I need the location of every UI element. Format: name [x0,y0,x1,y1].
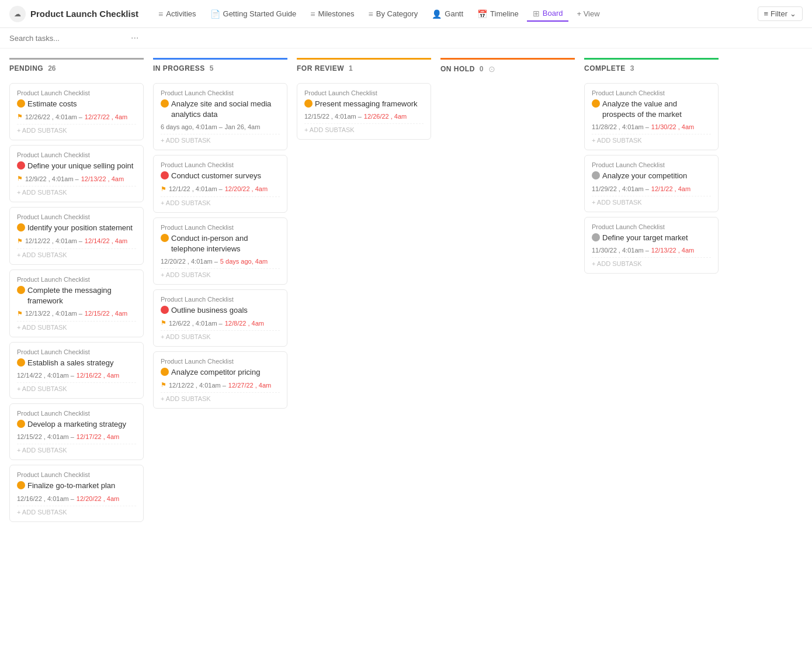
task-card[interactable]: Product Launch ChecklistPresent messagin… [297,83,431,140]
task-card[interactable]: Product Launch ChecklistAnalyze competit… [153,351,287,409]
card-title-text: Complete the messaging framework [27,285,136,306]
add-subtask-button[interactable]: + ADD SUBTASK [161,330,280,340]
add-subtask-button[interactable]: + ADD SUBTASK [17,382,136,392]
card-title-text: Present messaging framework [315,99,418,109]
card-title-text: Conduct in-person and telephone intervie… [171,233,280,254]
card-start-date: 12/15/22 , 4:01am – [304,113,362,120]
column-title-complete: COMPLETE [584,64,626,72]
add-view-button[interactable]: + View [571,7,605,20]
card-end-date: 12/15/22 , 4am [85,310,127,317]
column-title-pending: PENDING [9,64,43,72]
task-card[interactable]: Product Launch ChecklistEstimate costs⚑1… [9,83,144,140]
card-title-text: Outline business goals [171,305,248,316]
card-end-date: 12/1/22 , 4am [651,185,690,192]
task-card[interactable]: Product Launch ChecklistAnalyze your com… [584,155,719,212]
milestones-icon: ≡ [310,9,315,19]
card-title-text: Identify your position statement [27,223,133,233]
add-subtask-button[interactable]: + ADD SUBTASK [161,196,280,206]
card-title-row: Define your target market [592,233,711,243]
card-dates: 12/20/22 , 4:01am – 5 days ago, 4am [161,258,280,265]
add-subtask-button[interactable]: + ADD SUBTASK [592,134,711,144]
more-options-button[interactable]: ··· [131,33,138,43]
card-title-row: Analyze competitor pricing [161,367,280,378]
add-subtask-button[interactable]: + ADD SUBTASK [161,134,280,144]
task-card[interactable]: Product Launch ChecklistEstablish a sale… [9,342,144,399]
card-title-text: Define your unique selling point [27,161,133,171]
status-indicator [17,481,25,489]
task-card[interactable]: Product Launch ChecklistConduct in-perso… [153,217,287,285]
add-subtask-button[interactable]: + ADD SUBTASK [592,257,711,267]
add-subtask-button[interactable]: + ADD SUBTASK [161,392,280,402]
card-title-row: Analyze site and social media analytics … [161,99,280,120]
nav-getting-started-label: Getting Started Guide [223,9,297,18]
task-card[interactable]: Product Launch ChecklistComplete the mes… [9,269,144,337]
priority-flag-icon: ⚑ [161,381,166,389]
nav-activities[interactable]: ≡ Activities [152,7,202,21]
info-icon[interactable]: ⊙ [488,64,495,74]
nav-gantt-label: Gantt [445,9,463,18]
task-card[interactable]: Product Launch ChecklistDefine your targ… [584,217,719,274]
gantt-icon: 👤 [432,9,442,19]
filter-icon: ≡ [764,9,769,18]
card-title-row: Present messaging framework [304,99,424,109]
task-card[interactable]: Product Launch ChecklistDevelop a market… [9,403,144,460]
filter-button[interactable]: ≡ Filter ⌄ [758,6,803,21]
add-subtask-button[interactable]: + ADD SUBTASK [17,124,136,134]
card-title-text: Finalize go-to-market plan [27,481,115,491]
getting-started-icon: 📄 [210,9,220,19]
task-card[interactable]: Product Launch ChecklistFinalize go-to-m… [9,465,144,521]
nav-getting-started[interactable]: 📄 Getting Started Guide [204,7,303,21]
task-card[interactable]: Product Launch ChecklistConduct customer… [153,155,287,212]
add-subtask-button[interactable]: + ADD SUBTASK [592,196,711,206]
status-indicator [304,99,313,108]
add-subtask-button[interactable]: + ADD SUBTASK [161,268,280,278]
add-subtask-button[interactable]: + ADD SUBTASK [17,186,136,196]
add-subtask-button[interactable]: + ADD SUBTASK [304,123,424,133]
card-start-date: 12/9/22 , 4:01am – [25,175,79,182]
priority-flag-icon: ⚑ [17,175,23,182]
task-card[interactable]: Product Launch ChecklistAnalyze the valu… [584,83,719,150]
task-card[interactable]: Product Launch ChecklistOutline business… [153,289,287,347]
card-end-date: Jan 26, 4am [225,123,261,130]
nav-items: ≡ Activities 📄 Getting Started Guide ≡ M… [152,6,752,22]
card-title-row: Conduct in-person and telephone intervie… [161,233,280,254]
card-start-date: 11/30/22 , 4:01am – [592,247,649,254]
nav-gantt[interactable]: 👤 Gantt [426,7,469,21]
card-dates: 11/29/22 , 4:01am – 12/1/22 , 4am [592,185,711,192]
card-project-label: Product Launch Checklist [17,348,136,355]
card-start-date: 12/1/22 , 4:01am – [169,185,223,192]
nav-activities-label: Activities [166,9,196,18]
column-header-for-review: FOR REVIEW1 [297,58,431,78]
card-dates: 11/28/22 , 4:01am – 11/30/22 , 4am [592,123,711,130]
card-dates: ⚑12/6/22 , 4:01am – 12/8/22 , 4am [161,319,280,327]
nav-by-category-label: By Category [376,9,418,18]
priority-flag-icon: ⚑ [161,319,166,327]
nav-timeline[interactable]: 📅 Timeline [471,7,525,21]
card-title-row: Identify your position statement [17,223,136,233]
card-dates: 11/30/22 , 4:01am – 12/13/22 , 4am [592,247,711,254]
task-card[interactable]: Product Launch ChecklistDefine your uniq… [9,145,144,202]
add-subtask-button[interactable]: + ADD SUBTASK [17,248,136,258]
task-card[interactable]: Product Launch ChecklistIdentify your po… [9,207,144,264]
timeline-icon: 📅 [477,9,487,19]
card-title-row: Establish a sales strategy [17,358,136,368]
search-input[interactable] [9,34,126,43]
add-subtask-button[interactable]: + ADD SUBTASK [17,506,136,516]
card-title-text: Develop a marketing strategy [27,419,126,430]
add-subtask-button[interactable]: + ADD SUBTASK [17,444,136,454]
status-indicator [161,171,169,179]
card-end-date: 12/20/22 , 4am [77,495,119,502]
card-project-label: Product Launch Checklist [592,223,711,230]
card-start-date: 12/14/22 , 4:01am – [17,372,74,379]
by-category-icon: ≡ [369,9,373,19]
nav-milestones[interactable]: ≡ Milestones [304,7,360,21]
nav-by-category[interactable]: ≡ By Category [363,7,424,21]
card-end-date: 12/27/22 , 4am [85,113,127,120]
nav-board[interactable]: ⊞ Board [527,6,569,22]
priority-flag-icon: ⚑ [161,185,166,193]
add-subtask-button[interactable]: + ADD SUBTASK [17,321,136,331]
nav-milestones-label: Milestones [318,9,354,18]
column-on-hold: ON HOLD0⊙ [440,58,575,84]
task-card[interactable]: Product Launch ChecklistAnalyze site and… [153,83,287,150]
activities-icon: ≡ [158,9,163,19]
